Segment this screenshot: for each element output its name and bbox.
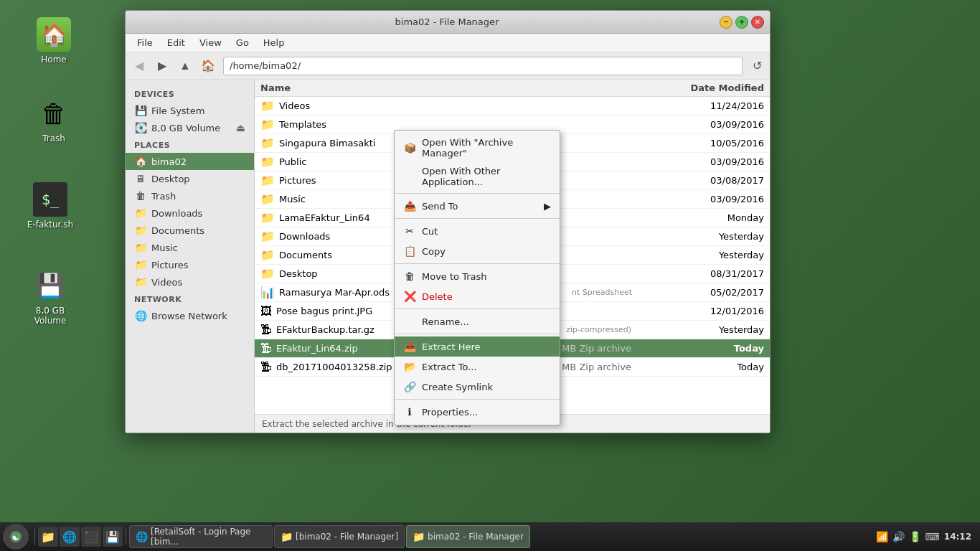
- taskbar-retailsoft-label: [RetailSoft - Login Page [bim...: [151, 527, 266, 547]
- ctx-copy[interactable]: 📋 Copy: [395, 241, 560, 261]
- ctx-sep-6: [395, 399, 560, 400]
- file-date-desktop-folder: 08/31/2017: [646, 268, 764, 279]
- sidebar-item-pictures[interactable]: 📁 Pictures: [126, 256, 254, 273]
- up-button[interactable]: ▲: [174, 56, 196, 76]
- ctx-properties-label: Properties...: [422, 407, 478, 418]
- keyboard-tray-icon: ⌨: [925, 531, 940, 542]
- ctx-open-archive-label: Open With "Archive Manager": [422, 137, 551, 159]
- sidebar-item-videos[interactable]: 📁 Videos: [126, 273, 254, 291]
- sidebar-item-desktop[interactable]: 🖥 Desktop: [126, 170, 254, 187]
- close-button[interactable]: ✕: [751, 16, 764, 29]
- ctx-sep-2: [395, 218, 560, 219]
- ctx-open-other-label: Open With Other Application...: [422, 166, 551, 187]
- menu-edit[interactable]: Edit: [161, 36, 191, 50]
- sidebar-item-documents[interactable]: 📁 Documents: [126, 222, 254, 239]
- menu-file[interactable]: File: [131, 36, 159, 50]
- col-date-header: Date Modified: [642, 83, 765, 93]
- sidebar-item-music[interactable]: 📁 Music: [126, 239, 254, 256]
- sidebar-item-filesystem[interactable]: 💾 File System: [126, 102, 254, 119]
- desktop-icon-8gb[interactable]: 💾 8,0 GB Volume: [22, 265, 79, 329]
- sidebar-item-downloads[interactable]: 📁 Downloads: [126, 204, 254, 222]
- sidebar-item-label-music: Music: [151, 242, 178, 253]
- address-bar[interactable]: /home/bima02/: [223, 57, 743, 75]
- taskbar-retailsoft-btn[interactable]: 🌐 [RetailSoft - Login Page [bim...: [129, 525, 273, 548]
- sidebar-item-label-trash: Trash: [151, 191, 176, 202]
- sidebar-item-label-filesystem: File System: [151, 105, 204, 116]
- sidebar-item-trash[interactable]: 🗑 Trash: [126, 187, 254, 204]
- file-icon-db-zip: 🗜: [260, 360, 272, 374]
- ctx-move-trash-label: Move to Trash: [422, 271, 487, 282]
- desktop-icon-efaktur[interactable]: $_ E-faktur.sh: [22, 179, 79, 232]
- taskbar-filemanager1-btn[interactable]: 📁 [bima02 - File Manager]: [274, 525, 405, 548]
- taskbar-filemanager1-label: [bima02 - File Manager]: [296, 532, 398, 542]
- ctx-send-to[interactable]: 📤 Send To ▶: [395, 196, 560, 216]
- rename-icon: [403, 315, 416, 328]
- ctx-rename-label: Rename...: [422, 316, 469, 327]
- desktop: Home 🗑 Trash $_ E-faktur.sh 💾 8,0 GB Vol…: [0, 0, 980, 522]
- menubar: File Edit View Go Help: [126, 34, 770, 52]
- file-date-pictures: 03/08/2017: [646, 175, 764, 186]
- file-date-db-zip: Today: [646, 362, 764, 372]
- trash-sidebar-icon: 🗑: [134, 190, 147, 202]
- file-date-downloads: Yesterday: [646, 231, 764, 242]
- volume-tray-icon: 🔊: [892, 531, 905, 542]
- file-list-header: Name Date Modified: [255, 80, 770, 97]
- ctx-extract-to[interactable]: 📂 Extract To...: [395, 357, 560, 377]
- 8gb-icon: 💾: [33, 268, 67, 303]
- file-icon-music: 📁: [260, 192, 275, 206]
- menu-view[interactable]: View: [194, 36, 227, 50]
- home-button[interactable]: 🏠: [197, 56, 219, 76]
- sidebar-item-8gb[interactable]: 💽 8,0 GB Volume ⏏: [126, 119, 254, 136]
- back-button[interactable]: ◀: [128, 56, 150, 76]
- file-icon-lamaefaktur: 📁: [260, 211, 275, 225]
- file-icon-efaktur-zip: 🗜: [260, 342, 272, 355]
- file-icon-ramasurya: 📊: [260, 286, 275, 299]
- efaktur-icon: $_: [33, 182, 67, 217]
- ctx-properties[interactable]: ℹ Properties...: [395, 402, 560, 422]
- col-name-header: Name: [260, 83, 505, 93]
- network-section-label: NETWORK: [126, 291, 254, 307]
- file-date-efakturbackup: Yesterday: [646, 324, 764, 335]
- file-icon-desktop-folder: 📁: [260, 267, 275, 281]
- file-date-templates: 03/09/2016: [646, 119, 764, 130]
- file-row-videos[interactable]: 📁 Videos 11/24/2016: [255, 97, 770, 116]
- sidebar-item-label-bima02: bima02: [151, 156, 187, 167]
- file-icon-downloads: 📁: [260, 230, 275, 243]
- minimize-button[interactable]: ─: [720, 16, 732, 29]
- menu-go[interactable]: Go: [230, 36, 255, 50]
- file-date-public: 03/09/2016: [646, 156, 764, 167]
- ctx-sep-3: [395, 263, 560, 264]
- start-button[interactable]: ☯: [3, 524, 29, 550]
- desktop-icon-home[interactable]: Home: [25, 14, 83, 67]
- taskbar-filemanager2-btn[interactable]: 📁 bima02 - File Manager: [406, 525, 530, 548]
- refresh-button[interactable]: ↺: [747, 56, 767, 76]
- ctx-extract-here[interactable]: 📤 Extract Here: [395, 336, 560, 357]
- taskbar-terminal-icon[interactable]: ⬛: [81, 527, 101, 547]
- desktop-icon-trash[interactable]: 🗑 Trash: [25, 93, 83, 146]
- taskbar-browser-icon[interactable]: 🌐: [60, 527, 80, 547]
- 8gb-icon-label: 8,0 GB Volume: [24, 306, 76, 326]
- ctx-create-symlink[interactable]: 🔗 Create Symlink: [395, 377, 560, 397]
- maximize-button[interactable]: +: [735, 16, 748, 29]
- forward-button[interactable]: ▶: [151, 56, 173, 76]
- taskbar-storage-icon[interactable]: 💾: [103, 527, 123, 547]
- eject-button[interactable]: ⏏: [236, 122, 245, 133]
- taskbar-files-icon[interactable]: 📁: [38, 527, 58, 547]
- menu-help[interactable]: Help: [258, 36, 291, 50]
- ctx-open-other[interactable]: Open With Other Application...: [395, 162, 560, 191]
- titlebar-controls: ─ + ✕: [720, 16, 764, 29]
- ctx-copy-label: Copy: [422, 246, 446, 257]
- file-icon-templates: 📁: [260, 118, 275, 131]
- delete-icon: ❌: [403, 290, 416, 303]
- ctx-open-archive[interactable]: 📦 Open With "Archive Manager": [395, 133, 560, 162]
- ctx-cut[interactable]: ✂ Cut: [395, 221, 560, 241]
- file-date-pose: 12/01/2016: [646, 306, 764, 316]
- sidebar-item-label-network: Browse Network: [151, 311, 227, 321]
- ctx-delete[interactable]: ❌ Delete: [395, 286, 560, 306]
- ctx-move-trash[interactable]: 🗑 Move to Trash: [395, 266, 560, 286]
- file-date-music: 03/09/2016: [646, 194, 764, 204]
- ctx-sep-5: [395, 334, 560, 334]
- ctx-rename[interactable]: Rename...: [395, 311, 560, 331]
- sidebar-item-bima02[interactable]: 🏠 bima02: [126, 153, 254, 170]
- sidebar-item-network[interactable]: 🌐 Browse Network: [126, 307, 254, 324]
